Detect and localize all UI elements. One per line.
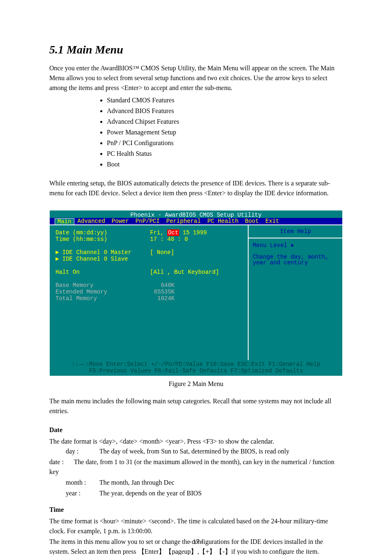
submenu-arrow-icon: ► xyxy=(55,256,62,262)
month-field-text: The month, Jan through Dec xyxy=(99,479,175,486)
tab-exit[interactable]: Exit xyxy=(262,218,283,224)
tab-boot[interactable]: Boot xyxy=(242,218,262,224)
halt-on-label: Halt On xyxy=(55,269,150,275)
figure-label: Figure 2 Main Menu xyxy=(49,379,343,389)
date-field-text: The date, from 1 to 31 (or the maximum a… xyxy=(49,458,334,475)
help-text: Change the day, month, year and century xyxy=(253,254,338,266)
year-field-text: The year, depends on the year of BIOS xyxy=(99,490,202,497)
day-field-text: The day of week, from Sun to Sat, determ… xyxy=(99,448,290,455)
tab-power[interactable]: Power xyxy=(108,218,132,224)
month-field-label: month : xyxy=(66,478,98,488)
bullet-item: PC Health Status xyxy=(107,149,343,159)
date-value[interactable]: Fri, Oct 15 1999 xyxy=(150,229,207,236)
ide0m-value: [ None] xyxy=(150,249,174,256)
bios-screenshot: Phoenix - AwardBIOS CMOS Setup Utility M… xyxy=(50,210,342,376)
bullet-item: Advanced BIOS Features xyxy=(107,106,343,116)
tab-advanced[interactable]: Advanced xyxy=(74,218,108,224)
section-title: 5.1 Main Menu xyxy=(49,41,343,58)
date-subheading: Date xyxy=(49,425,343,435)
extended-memory-label: Extended Memory xyxy=(55,289,150,295)
page-number: - 17 - xyxy=(0,537,392,547)
bios-help-panel: Item Help Menu Level Change the day, mon… xyxy=(248,225,342,360)
bios-title: Phoenix - AwardBIOS CMOS Setup Utility xyxy=(50,210,342,218)
footer-line-1: ↑↓→←:Move Enter:Select +/-/PU/PD:Value F… xyxy=(50,361,342,368)
description-paragraph: The main menu includes the following mai… xyxy=(49,396,343,416)
menu-level-arrow-icon xyxy=(291,244,294,247)
time-format-text: The time format is <hour> <minute> <seco… xyxy=(49,516,343,536)
halt-on-value[interactable]: [All , But Keyboard] xyxy=(150,269,219,275)
subfunc-paragraph: While entering setup, the BIOS automatic… xyxy=(49,178,343,198)
date-label: Date (mm:dd:yy) xyxy=(55,229,150,236)
bios-footer: ↑↓→←:Move Enter:Select +/-/PU/PD:Value F… xyxy=(50,360,342,375)
bios-left-panel: Date (mm:dd:yy) Fri, Oct 15 1999 Time (h… xyxy=(50,225,248,360)
time-value[interactable]: 17 : 40 : 0 xyxy=(150,236,188,243)
intro-paragraph: Once you enter the AwardBIOS™ CMOS Setup… xyxy=(49,63,343,93)
total-memory-label: Total Memory xyxy=(55,295,150,302)
bullet-item: Boot xyxy=(107,160,343,169)
footer-line-2: F5:Previous Values F6:Fail-Safe Defaults… xyxy=(50,368,342,374)
year-field-label: year : xyxy=(66,488,98,498)
bios-menu-bar[interactable]: Main Advanced Power PnP/PCI Peripheral P… xyxy=(50,218,342,224)
item-help-title: Item Help xyxy=(249,225,342,238)
date-selected-month[interactable]: Oct xyxy=(167,229,179,236)
base-memory-value: 640K xyxy=(150,282,175,289)
tab-pnp-pci[interactable]: PnP/PCI xyxy=(132,218,163,224)
tab-main[interactable]: Main xyxy=(55,218,74,224)
bullet-item: PnP / PCI Configurations xyxy=(107,138,343,148)
bullet-list: Standard CMOS Features Advanced BIOS Fea… xyxy=(49,95,343,169)
ide-channel-0-slave[interactable]: ► IDE Channel 0 Slave xyxy=(55,256,150,262)
date-field-label: date : xyxy=(49,457,72,467)
submenu-arrow-icon: ► xyxy=(55,249,62,256)
tab-peripheral[interactable]: Peripheral xyxy=(163,218,204,224)
time-label: Time (hh:mm:ss) xyxy=(55,236,150,243)
bullet-item: Standard CMOS Features xyxy=(107,95,343,105)
menu-level-label: Menu Level xyxy=(253,243,338,248)
bullet-item: Power Management Setup xyxy=(107,127,343,137)
tab-pc-health[interactable]: PC Health xyxy=(204,218,242,224)
time-subheading: Time xyxy=(49,505,343,515)
extended-memory-value: 65535K xyxy=(150,289,175,295)
bullet-item: Advanced Chipset Features xyxy=(107,117,343,127)
date-format-text: The date format is <day>, <date> <month>… xyxy=(49,437,343,446)
total-memory-value: 1024K xyxy=(150,295,175,302)
base-memory-label: Base Memory xyxy=(55,282,150,289)
day-field-label: day : xyxy=(66,446,98,456)
ide-channel-0-master[interactable]: ► IDE Channel 0 Master xyxy=(55,249,150,256)
